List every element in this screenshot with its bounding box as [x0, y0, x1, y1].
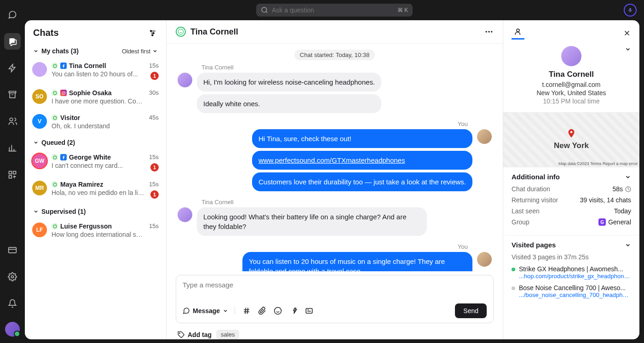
chat-item-preview: How long does international ship... — [52, 231, 144, 238]
online-status-icon — [52, 181, 58, 188]
send-button[interactable]: Send — [455, 303, 487, 318]
supervised-toggle[interactable]: Supervised (1) — [33, 208, 86, 215]
info-row: Returning visitor39 visits, 14 chats — [512, 196, 631, 204]
search-icon — [261, 6, 268, 14]
info-value: 39 visits, 14 chats — [580, 196, 631, 204]
chat-avatar: GW — [32, 154, 47, 168]
info-value: GGeneral — [598, 218, 631, 226]
unread-badge: 1 — [150, 163, 159, 172]
search-shortcut: ⌘ K — [397, 7, 408, 13]
visited-page-url: ...hop.com/product/strike_gx_headphones.… — [519, 273, 631, 280]
additional-info-toggle[interactable]: Additional info — [512, 173, 631, 181]
group-badge-icon: G — [598, 218, 606, 226]
automation-icon[interactable] — [4, 60, 21, 76]
chat-list-item[interactable]: GWGeorge WhiteI can't connect my card...… — [25, 149, 166, 176]
svg-point-0 — [10, 118, 13, 121]
message-type-dropdown[interactable]: Message — [183, 307, 235, 314]
message-bubble: Hi, I'm looking for wireless noise-cance… — [197, 73, 381, 91]
profile-tab[interactable] — [512, 27, 524, 40]
svg-point-5 — [12, 276, 14, 278]
chat-list-item[interactable]: MRMaya RamirezHola, no veo mi pedido en … — [25, 176, 166, 203]
chat-item-time: 30s — [149, 89, 159, 96]
chat-item-time: 15s — [149, 181, 159, 188]
notifications-icon[interactable] — [4, 295, 21, 312]
profile-name: Tina Cornell — [512, 70, 631, 79]
map-pin-icon — [566, 128, 576, 138]
canned-response-button[interactable] — [305, 307, 313, 315]
collapse-profile[interactable] — [625, 46, 631, 52]
svg-point-10 — [152, 34, 153, 36]
chevron-down-icon — [33, 209, 39, 214]
agent-avatar — [477, 129, 492, 144]
message-bubble: Looking good! What's their battery life … — [197, 207, 427, 236]
reports-icon[interactable] — [4, 140, 21, 156]
chats-icon[interactable] — [4, 33, 21, 50]
chevron-down-icon — [33, 140, 39, 145]
attachment-button[interactable] — [258, 307, 266, 315]
chat-list-item[interactable]: Tina CornellYou can listen to 20 hours o… — [25, 57, 166, 85]
chat-list-item[interactable]: LFLuise FergussonHow long does internati… — [25, 218, 166, 243]
svg-point-21 — [486, 31, 487, 32]
close-details-button[interactable] — [623, 29, 631, 37]
my-avatar[interactable] — [5, 322, 20, 337]
message-input[interactable] — [183, 281, 487, 299]
queued-toggle[interactable]: Queued (2) — [33, 139, 75, 146]
settings-icon[interactable] — [4, 269, 21, 285]
voice-button[interactable] — [624, 4, 637, 17]
tag-row: Add tag sales — [167, 327, 503, 339]
location-map[interactable]: New York Map data ©2023 Terms Report a m… — [503, 112, 639, 167]
profile-location: New York, United States — [512, 89, 631, 97]
visited-pages-toggle[interactable]: Visited pages — [512, 241, 631, 249]
sender-avatar — [178, 207, 192, 222]
composer: Message Send — [176, 275, 494, 323]
message-bubble: Hi Tina, sure, check these out! — [252, 129, 472, 148]
ai-assist-button[interactable] — [289, 307, 298, 315]
chat-item-preview: Hola, no veo mi pedido en la lista... — [52, 189, 144, 196]
message-link[interactable]: www.perfectsound.com/GTXmasterheadphones — [259, 156, 405, 164]
archive-icon[interactable] — [4, 86, 21, 103]
svg-point-23 — [491, 31, 492, 32]
emoji-button[interactable] — [274, 307, 282, 315]
visited-page-url: .../bose_noise_cancelling_700_headphones… — [519, 292, 631, 298]
billing-icon[interactable] — [4, 242, 21, 258]
svg-point-14 — [63, 92, 64, 94]
hashtag-button[interactable] — [242, 307, 251, 315]
svg-point-12 — [53, 91, 57, 95]
visited-page-item[interactable]: Strike GX Headphones | Awomesh......hop.… — [512, 265, 631, 280]
messages-icon[interactable] — [4, 6, 21, 23]
map-attribution: Map data ©2023 Terms Report a map error — [558, 161, 638, 166]
chat-item-time: 15s — [149, 62, 159, 69]
apps-icon[interactable] — [4, 166, 21, 183]
svg-point-28 — [570, 131, 573, 133]
svg-point-20 — [178, 29, 184, 34]
supervised-label: Supervised (1) — [41, 208, 86, 215]
my-chats-label: My chats (3) — [41, 47, 79, 55]
add-tag-button[interactable]: Add tag — [178, 331, 212, 338]
svg-rect-7 — [630, 8, 631, 11]
info-key: Returning visitor — [512, 196, 558, 204]
filter-button[interactable] — [148, 28, 158, 38]
online-status-icon — [52, 154, 58, 160]
chat-item-time: 15s — [149, 154, 159, 160]
chat-list-item[interactable]: VVisitorOh, ok. I understand45s — [25, 109, 166, 134]
sort-dropdown[interactable]: Oldest first — [122, 48, 158, 55]
messages-scroll[interactable]: Chat started: Today, 10:38 Tina CornellH… — [167, 44, 503, 271]
message-bubble: You can listen to 20 hours of music on a… — [242, 252, 472, 271]
more-button[interactable] — [484, 27, 494, 36]
svg-point-22 — [488, 31, 489, 32]
visitors-icon[interactable] — [4, 113, 21, 130]
search-input[interactable] — [272, 6, 394, 14]
chat-item-name: Sophie Osaka — [69, 89, 112, 97]
svg-point-26 — [179, 333, 180, 333]
global-search[interactable]: ⌘ K — [256, 4, 413, 17]
my-chats-toggle[interactable]: My chats (3) — [33, 47, 79, 55]
online-status-icon — [52, 63, 58, 69]
svg-point-6 — [262, 7, 267, 12]
facebook-source-icon — [60, 154, 67, 160]
visited-page-item[interactable]: Bose Noise Cancelling 700 | Aweso....../… — [512, 284, 631, 298]
queued-label: Queued (2) — [41, 139, 75, 146]
chat-list-item[interactable]: SOSophie OsakaI have one more question. … — [25, 85, 166, 109]
info-row: Last seenToday — [512, 207, 631, 215]
tag-chip[interactable]: sales — [216, 330, 239, 339]
profile-avatar — [561, 46, 581, 66]
